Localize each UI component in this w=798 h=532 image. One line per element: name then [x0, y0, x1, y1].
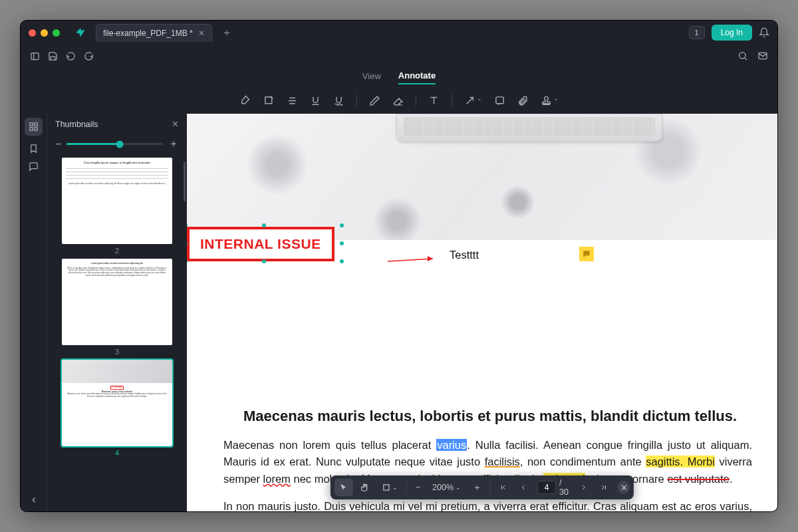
sticky-note-annotation[interactable]	[579, 247, 594, 261]
prev-page-icon[interactable]	[515, 479, 532, 495]
window-close[interactable]	[29, 29, 36, 37]
bookmarks-rail-icon[interactable]	[29, 144, 39, 154]
tab-annotate[interactable]: Annotate	[398, 70, 436, 84]
strikethrough-icon[interactable]	[287, 95, 298, 106]
strikeout-annotation[interactable]: est vulputate	[667, 473, 730, 485]
svg-rect-0	[31, 53, 39, 59]
svg-rect-8	[30, 123, 33, 126]
first-page-icon[interactable]	[495, 479, 512, 495]
area-highlight-icon[interactable]	[263, 95, 275, 106]
zoom-out-button[interactable]: −	[411, 479, 425, 496]
thumbnails-title: Thumbnails	[55, 120, 98, 129]
bell-icon[interactable]	[759, 27, 769, 38]
zoom-out-icon[interactable]: −	[55, 138, 61, 150]
page-input[interactable]	[537, 481, 556, 494]
thumbnail-list[interactable]: Cras fringilla ipsum magna, in fringilla…	[47, 158, 187, 511]
comments-rail-icon[interactable]	[29, 162, 39, 172]
thumbnails-panel: Thumbnails ✕ − ＋ Cras fringilla ipsum ma…	[47, 114, 187, 511]
mode-tabs: View Annotate	[21, 67, 777, 87]
new-tab-button[interactable]: ＋	[221, 26, 232, 40]
search-icon[interactable]	[737, 51, 748, 61]
window-maximize[interactable]	[53, 29, 60, 37]
svg-rect-5	[265, 96, 271, 103]
svg-rect-11	[35, 128, 37, 130]
arrow-tool-icon[interactable]: ⌄	[464, 95, 482, 106]
left-rail	[21, 114, 47, 511]
squiggly-icon[interactable]	[333, 95, 344, 106]
tab-title: file-example_PDF_1MB *	[103, 29, 193, 38]
tab-close-icon[interactable]: ✕	[198, 29, 205, 38]
mail-icon[interactable]	[757, 51, 768, 61]
tab-view[interactable]: View	[362, 71, 381, 84]
thumbnail-number: 3	[62, 348, 172, 356]
eraser-icon[interactable]	[392, 95, 404, 106]
document-tab[interactable]: file-example_PDF_1MB * ✕	[96, 24, 212, 42]
svg-rect-7	[495, 96, 503, 103]
login-button[interactable]: Log In	[712, 25, 752, 41]
zoom-in-button[interactable]: ＋	[468, 478, 486, 497]
thumbnail-page-3[interactable]: Lorem ipsum dolor sit amet consectetur a…	[62, 259, 172, 356]
svg-point-2	[739, 53, 745, 59]
notification-badge[interactable]: 1	[689, 26, 705, 39]
thumbnail-page-4[interactable]: INTERNALMaecenas mauris lectus lobortisM…	[62, 360, 172, 457]
highlight-annotation[interactable]: varius	[436, 439, 467, 451]
window-minimize[interactable]	[41, 29, 48, 37]
svg-line-3	[745, 58, 747, 60]
undo-icon[interactable]	[66, 51, 76, 61]
view-controls-bar: ⌄ − 200%⌄ ＋ / 30 ✕	[331, 475, 634, 499]
underline-annotation[interactable]: facilisis	[485, 456, 520, 467]
traffic-lights	[29, 29, 60, 37]
collapse-rail-icon[interactable]	[29, 495, 39, 505]
last-page-icon[interactable]	[595, 479, 612, 495]
select-tool-icon[interactable]	[334, 479, 353, 496]
thumbnails-rail-icon[interactable]	[25, 118, 43, 136]
ink-icon[interactable]	[369, 95, 380, 106]
paragraph-2: In non mauris justo. Duis vehicula mi ve…	[223, 498, 752, 511]
save-icon[interactable]	[48, 51, 58, 61]
close-bar-icon[interactable]: ✕	[618, 481, 630, 494]
freetext-annotation[interactable]: Testttt	[450, 249, 479, 261]
page-content: Maecenas mauris lectus, lobortis et puru…	[187, 240, 777, 511]
page-indicator: / 30	[535, 478, 573, 497]
arrow-annotation[interactable]	[386, 253, 440, 267]
underline-icon[interactable]	[310, 95, 321, 106]
app-logo-icon	[74, 27, 86, 39]
highlight-annotation[interactable]: sagittis. Morbi	[646, 456, 715, 467]
page: INTERNAL ISSUE Testttt Maecenas mauris l…	[187, 114, 777, 511]
page-total: / 30	[559, 478, 570, 497]
svg-line-6	[466, 97, 473, 104]
svg-rect-9	[35, 123, 37, 126]
pan-tool-icon[interactable]	[356, 479, 374, 496]
thumbnail-page-2[interactable]: Cras fringilla ipsum magna, in fringilla…	[62, 158, 172, 255]
svg-marker-13	[428, 256, 433, 261]
app-window: file-example_PDF_1MB * ✕ ＋ 1 Log In View…	[20, 20, 778, 512]
note-tool-icon[interactable]	[494, 95, 505, 106]
svg-line-12	[388, 259, 433, 261]
secondary-toolbar	[21, 45, 777, 67]
title-bar: file-example_PDF_1MB * ✕ ＋ 1 Log In	[21, 21, 777, 45]
svg-rect-10	[30, 128, 33, 130]
panel-toggle-icon[interactable]	[30, 51, 40, 61]
attachment-icon[interactable]	[517, 95, 529, 106]
thumbnail-zoom: − ＋	[47, 134, 187, 158]
header-image	[187, 114, 777, 240]
thumbnail-zoom-slider[interactable]	[66, 143, 163, 145]
document-viewer[interactable]: INTERNAL ISSUE Testttt Maecenas mauris l…	[187, 114, 777, 511]
annotation-toolbar: ⌄ ⌄	[21, 87, 777, 114]
squiggly-annotation[interactable]: lorem	[263, 473, 291, 485]
fit-mode-icon[interactable]: ⌄	[377, 479, 402, 496]
zoom-in-icon[interactable]: ＋	[168, 137, 179, 151]
redo-icon[interactable]	[84, 51, 94, 61]
stamp-tool-icon[interactable]: ⌄	[541, 95, 559, 106]
next-page-icon[interactable]	[575, 479, 593, 495]
thumbnails-close-icon[interactable]: ✕	[172, 119, 179, 129]
zoom-level[interactable]: 200%⌄	[428, 479, 466, 496]
svg-rect-14	[384, 485, 389, 490]
thumbnail-number: 2	[62, 247, 172, 255]
highlight-icon[interactable]	[240, 95, 251, 106]
text-tool-icon[interactable]	[428, 95, 440, 106]
stamp-annotation[interactable]: INTERNAL ISSUE	[187, 227, 334, 261]
laptop-graphic	[396, 114, 662, 142]
thumbnail-number: 4	[62, 449, 172, 457]
heading: Maecenas mauris lectus, lobortis et puru…	[223, 406, 752, 426]
